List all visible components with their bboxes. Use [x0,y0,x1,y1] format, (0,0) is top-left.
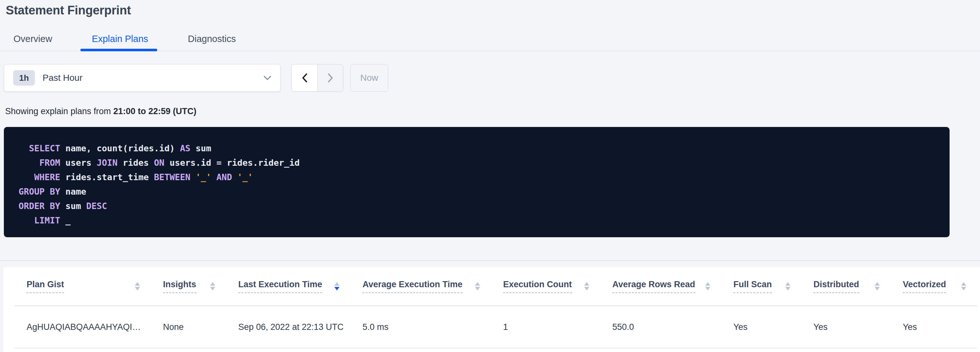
time-controls: 1h Past Hour Now [4,64,388,92]
sql-statement-box: SELECT name, count(rides.id) AS sum FROM… [4,127,950,237]
column-header-insights[interactable]: Insights [151,267,226,306]
chevron-right-icon [328,73,333,83]
column-label: Average Execution Time [363,280,463,293]
chevron-left-icon [302,73,307,83]
tab-diagnostics[interactable]: Diagnostics [188,34,236,51]
sort-icon[interactable] [334,282,339,290]
column-header-distributed[interactable]: Distributed [801,267,891,306]
table-header-row: Plan GistInsightsLast Execution TimeAver… [14,267,977,306]
time-range-label: Past Hour [43,73,264,83]
sort-asc-icon [875,282,880,286]
tab-bar: OverviewExplain PlansDiagnostics [0,34,980,51]
sort-asc-icon [961,282,966,286]
sort-icon[interactable] [961,282,966,290]
caption-range: 21:00 to 22:59 (UTC) [113,106,197,116]
sort-asc-icon [785,282,791,286]
column-header-average-execution-time[interactable]: Average Execution Time [350,267,491,306]
sort-icon[interactable] [135,282,140,290]
column-label: Insights [163,280,196,293]
sort-desc-icon [475,287,480,290]
sort-icon[interactable] [705,282,710,290]
explain-plans-table-card: Plan GistInsightsLast Execution TimeAver… [3,267,980,352]
cell-full-scan: Yes [721,306,801,348]
sort-desc-icon [334,287,339,290]
time-range-dropdown[interactable]: 1h Past Hour [4,64,280,92]
cell-plan-gist[interactable]: AgHUAQIABQAAAAHYAQIAiA... [14,306,151,348]
sort-desc-icon [584,287,589,290]
sql-line: GROUP BY name [19,184,937,199]
sort-icon[interactable] [785,282,791,290]
column-label: Last Execution Time [238,280,322,293]
cell-average-execution-time: 5.0 ms [350,306,491,348]
sort-desc-icon [875,287,880,290]
sql-line: LIMIT _ [19,213,937,227]
sql-code: SELECT name, count(rides.id) AS sum FROM… [19,141,937,227]
section-divider [0,260,980,261]
statement-fingerprint-page: Statement Fingerprint OverviewExplain Pl… [0,0,980,352]
sort-asc-icon [584,282,589,286]
tab-overview[interactable]: Overview [13,34,52,51]
sql-line: SELECT name, count(rides.id) AS sum [19,141,937,155]
sort-asc-icon [135,282,140,286]
cell-last-execution-time: Sep 06, 2022 at 22:13 UTC [226,306,350,348]
column-label: Full Scan [733,280,772,293]
column-label: Vectorized [903,280,946,293]
column-header-average-rows-read[interactable]: Average Rows Read [600,267,721,306]
previous-time-button[interactable] [292,64,317,91]
sql-line: FROM users JOIN rides ON users.id = ride… [19,155,937,170]
sort-asc-icon [334,282,339,286]
explain-plans-table: Plan GistInsightsLast Execution TimeAver… [14,267,977,349]
sort-desc-icon [135,287,140,290]
column-label: Execution Count [503,280,572,293]
time-range-caption: Showing explain plans from 21:00 to 22:5… [5,106,196,116]
cell-average-rows-read: 550.0 [600,306,721,348]
table-row: AgHUAQIABQAAAAHYAQIAiA...NoneSep 06, 202… [14,306,977,348]
column-header-execution-count[interactable]: Execution Count [491,267,600,306]
sql-line: WHERE rides.start_time BETWEEN '_' AND '… [19,170,937,184]
sort-desc-icon [785,287,791,290]
column-header-plan-gist[interactable]: Plan Gist [14,267,151,306]
now-button[interactable]: Now [350,64,388,92]
next-time-button[interactable] [317,64,343,91]
cell-distributed: Yes [801,306,891,348]
sort-icon[interactable] [475,282,480,290]
cell-insights: None [151,306,226,348]
sql-line: ORDER BY sum DESC [19,199,937,213]
sort-asc-icon [475,282,480,286]
cell-vectorized: Yes [891,306,977,348]
column-header-last-execution-time[interactable]: Last Execution Time [226,267,350,306]
column-label: Plan Gist [27,280,64,293]
tab-explain-plans[interactable]: Explain Plans [92,34,148,51]
sort-icon[interactable] [875,282,880,290]
page-title: Statement Fingerprint [6,3,131,17]
column-label: Distributed [813,280,859,293]
sort-desc-icon [210,287,215,290]
cell-execution-count: 1 [491,306,600,348]
column-label: Average Rows Read [612,280,695,293]
column-header-vectorized[interactable]: Vectorized [891,267,977,306]
time-step-buttons [291,64,343,92]
time-range-badge: 1h [13,70,35,86]
caption-prefix: Showing explain plans from [5,106,113,116]
sort-icon[interactable] [584,282,589,290]
sort-asc-icon [705,282,710,286]
table-body: AgHUAQIABQAAAAHYAQIAiA...NoneSep 06, 202… [14,306,977,348]
sort-desc-icon [961,287,966,290]
sort-asc-icon [210,282,215,286]
column-header-full-scan[interactable]: Full Scan [721,267,801,306]
sort-icon[interactable] [210,282,215,290]
sort-desc-icon [705,287,710,290]
chevron-down-icon [264,76,271,80]
